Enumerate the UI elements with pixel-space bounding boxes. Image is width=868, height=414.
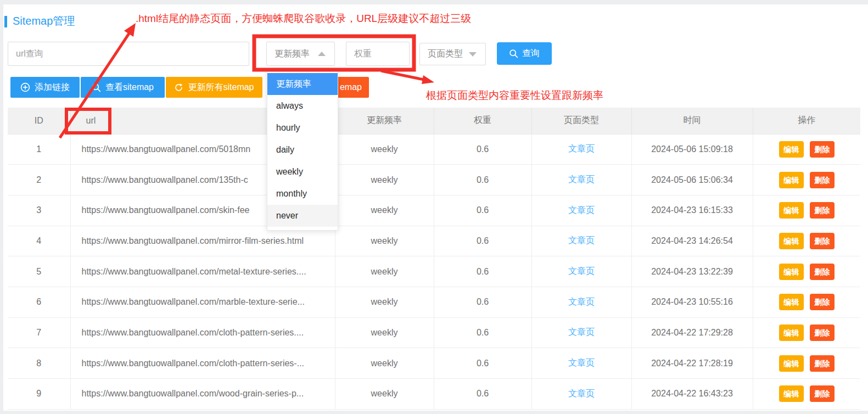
- search-icon: [92, 83, 101, 92]
- row-frequency-cell: weekly: [335, 256, 434, 287]
- table-row: 2https://www.bangtuowallpanel.com/135th-…: [8, 165, 860, 195]
- edit-button[interactable]: 编辑: [779, 172, 804, 188]
- row-id-cell: 5: [8, 256, 70, 287]
- row-time-cell: 2024-04-22 17:28:19: [631, 348, 753, 379]
- dropdown-item[interactable]: weekly: [267, 161, 338, 183]
- row-frequency-cell: weekly: [335, 379, 434, 410]
- page-type-link[interactable]: 文章页: [568, 358, 595, 367]
- edit-button[interactable]: 编辑: [779, 325, 804, 341]
- page-type-link[interactable]: 文章页: [568, 236, 595, 245]
- delete-button[interactable]: 删除: [810, 355, 835, 372]
- delete-button[interactable]: 删除: [810, 385, 835, 402]
- dropdown-item[interactable]: never: [267, 205, 338, 227]
- row-url-cell: https://www.bangtuowallpanel.com/wood-gr…: [70, 379, 335, 410]
- page-title: Sitemap管理: [13, 14, 75, 29]
- table-row: 5https://www.bangtuowallpanel.com/metal-…: [8, 256, 860, 287]
- table-row: 3https://www.bangtuowallpanel.com/skin-f…: [8, 195, 860, 226]
- row-id-cell: 7: [8, 317, 70, 348]
- chevron-up-icon: [318, 52, 326, 56]
- edit-button[interactable]: 编辑: [779, 355, 804, 372]
- row-url-cell: https://www.bangtuowallpanel.com/cloth-p…: [70, 317, 335, 348]
- delete-button[interactable]: 删除: [810, 325, 835, 341]
- view-sitemap-button[interactable]: 查看sitemap: [81, 77, 165, 98]
- plus-circle-icon: [20, 82, 30, 92]
- edit-button[interactable]: 编辑: [779, 202, 804, 219]
- frequency-select-value: 更新频率: [275, 48, 310, 60]
- table-row: 9https://www.bangtuowallpanel.com/wood-g…: [8, 379, 860, 410]
- table-header-row: ID url 更新频率 权重 页面类型 时间 操作: [8, 108, 860, 134]
- row-actions-cell: 编辑删除: [753, 317, 860, 348]
- row-page-type-cell: 文章页: [531, 317, 631, 348]
- dropdown-item[interactable]: 更新频率: [267, 73, 338, 95]
- dropdown-item[interactable]: daily: [267, 139, 338, 161]
- row-time-cell: 2024-05-06 15:09:18: [631, 134, 753, 165]
- page-type-link[interactable]: 文章页: [568, 327, 595, 337]
- refresh-icon: [174, 83, 183, 92]
- row-weight-cell: 0.6: [434, 165, 531, 195]
- page-type-link[interactable]: 文章页: [568, 175, 595, 184]
- delete-button[interactable]: 删除: [810, 202, 835, 219]
- page-type-select[interactable]: 页面类型: [419, 43, 486, 65]
- row-id-cell: 2: [8, 165, 70, 195]
- edit-button[interactable]: 编辑: [779, 385, 804, 402]
- row-url-cell: https://www.bangtuowallpanel.com/marble-…: [70, 287, 335, 317]
- page-type-link[interactable]: 文章页: [568, 297, 595, 306]
- update-all-sitemap-button[interactable]: 更新所有sitemap: [166, 77, 262, 98]
- delete-button[interactable]: 删除: [810, 233, 835, 249]
- edit-button[interactable]: 编辑: [779, 141, 804, 158]
- row-weight-cell: 0.6: [434, 195, 531, 226]
- delete-button[interactable]: 删除: [810, 141, 835, 158]
- row-frequency-cell: weekly: [335, 195, 434, 226]
- row-page-type-cell: 文章页: [531, 287, 631, 317]
- page-type-link[interactable]: 文章页: [568, 389, 595, 398]
- table-row: 6https://www.bangtuowallpanel.com/marble…: [8, 287, 860, 317]
- row-page-type-cell: 文章页: [531, 195, 631, 226]
- page-type-link[interactable]: 文章页: [568, 144, 595, 153]
- row-page-type-cell: 文章页: [531, 348, 631, 379]
- header-actions: 操作: [753, 108, 860, 134]
- add-link-button[interactable]: 添加链接: [10, 77, 80, 98]
- row-id-cell: 8: [8, 348, 70, 379]
- edit-button[interactable]: 编辑: [779, 294, 804, 310]
- row-frequency-cell: weekly: [335, 134, 434, 165]
- edit-button[interactable]: 编辑: [779, 264, 804, 280]
- delete-button[interactable]: 删除: [810, 264, 835, 280]
- page-type-link[interactable]: 文章页: [568, 205, 595, 215]
- row-frequency-cell: weekly: [335, 165, 434, 195]
- delete-button[interactable]: 删除: [810, 172, 835, 188]
- row-page-type-cell: 文章页: [531, 134, 631, 165]
- row-actions-cell: 编辑删除: [753, 165, 860, 195]
- row-frequency-cell: weekly: [335, 317, 434, 348]
- table-row: 4https://www.bangtuowallpanel.com/mirror…: [8, 226, 860, 256]
- row-actions-cell: 编辑删除: [753, 348, 860, 379]
- row-actions-cell: 编辑删除: [753, 134, 860, 165]
- dropdown-item[interactable]: monthly: [267, 183, 338, 205]
- row-weight-cell: 0.6: [434, 317, 531, 348]
- delete-button[interactable]: 删除: [810, 294, 835, 310]
- row-time-cell: 2024-04-23 10:55:16: [631, 287, 753, 317]
- row-weight-cell: 0.6: [434, 134, 531, 165]
- row-weight-cell: 0.6: [434, 379, 531, 410]
- weight-input[interactable]: [346, 42, 410, 66]
- row-actions-cell: 编辑删除: [753, 195, 860, 226]
- row-weight-cell: 0.6: [434, 348, 531, 379]
- row-time-cell: 2024-04-23 13:22:39: [631, 256, 753, 287]
- row-id-cell: 1: [8, 134, 70, 165]
- header-id: ID: [8, 108, 70, 134]
- page-type-link[interactable]: 文章页: [568, 266, 595, 276]
- dropdown-item[interactable]: always: [267, 95, 338, 117]
- url-search-input[interactable]: [8, 42, 249, 66]
- row-id-cell: 4: [8, 226, 70, 256]
- row-weight-cell: 0.6: [434, 226, 531, 256]
- table-row: 7https://www.bangtuowallpanel.com/cloth-…: [8, 317, 860, 348]
- dropdown-item[interactable]: hourly: [267, 117, 338, 139]
- sitemap-table: ID url 更新频率 权重 页面类型 时间 操作 1https://www.b…: [8, 108, 860, 410]
- row-frequency-cell: weekly: [335, 348, 434, 379]
- query-button[interactable]: 查询: [497, 42, 552, 65]
- row-weight-cell: 0.6: [434, 287, 531, 317]
- row-actions-cell: 编辑删除: [753, 287, 860, 317]
- row-id-cell: 6: [8, 287, 70, 317]
- row-time-cell: 2024-05-06 15:06:34: [631, 165, 753, 195]
- frequency-select[interactable]: 更新频率: [266, 42, 335, 66]
- edit-button[interactable]: 编辑: [779, 233, 804, 249]
